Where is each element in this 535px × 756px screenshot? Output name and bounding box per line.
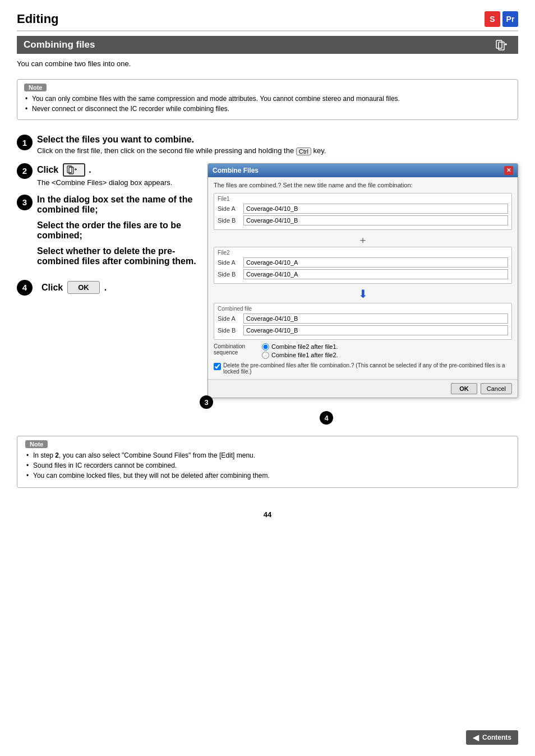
note-bottom-item-3: You can combine locked files, but they w… xyxy=(25,472,510,480)
step-4-heading-pre: Click xyxy=(41,283,63,293)
step-4-heading-post: . xyxy=(104,283,107,293)
step-1: 1 Select the files you want to combine. … xyxy=(17,135,518,155)
combination-key-label: Combination sequence xyxy=(214,343,259,356)
steps-area: 1 Select the files you want to combine. … xyxy=(17,135,518,155)
section-title: Combining files xyxy=(24,39,95,50)
combined-label: Combined file xyxy=(218,306,508,312)
dialog-body: The files are combined.? Set the new tit… xyxy=(208,177,518,379)
step-2-desc: The <Combine Files> dialog box appears. xyxy=(37,178,196,187)
dialog-desc: The files are combined.? Set the new tit… xyxy=(214,182,512,188)
step-1-desc: Click on the first file, then click on t… xyxy=(37,146,518,155)
step-4: 4 Click OK . xyxy=(17,280,196,296)
dialog-ok-btn[interactable]: OK xyxy=(451,383,477,394)
file1-side-b-label: Side B xyxy=(218,217,243,224)
note-bottom: Note In step 2, you can also select "Com… xyxy=(17,436,518,488)
file1-side-b-input[interactable] xyxy=(243,215,508,225)
step-3: 3 In the dialog box set the name of the … xyxy=(17,195,196,266)
combine-icon-btn xyxy=(63,163,85,177)
step-3-content: In the dialog box set the name of the co… xyxy=(37,195,196,266)
radio-input-2[interactable] xyxy=(262,352,269,359)
file1-side-a-input[interactable] xyxy=(243,204,508,214)
radio-label-1: Combine file2 after file1. xyxy=(271,343,338,350)
page-number: 44 xyxy=(17,510,518,519)
note-bottom-item-1: In step 2, you can also select "Combine … xyxy=(25,451,510,459)
file1-side-a-row: Side A xyxy=(218,204,508,214)
section-subtitle: You can combine two files into one. xyxy=(17,59,518,68)
right-dialog: Combine Files ✕ The files are combined.?… xyxy=(207,163,518,425)
step-1-content: Select the files you want to combine. Cl… xyxy=(37,135,518,155)
combined-side-b-row: Side B xyxy=(218,325,508,335)
badge-pr: Pr xyxy=(502,11,518,27)
file2-side-a-row: Side A xyxy=(218,257,508,268)
file2-side-b-row: Side B xyxy=(218,269,508,279)
step-3-line-2: Select the order the files are to be com… xyxy=(37,220,196,241)
note-bottom-item-2: Sound files in IC recorders cannot be co… xyxy=(25,462,510,469)
badge-s: S xyxy=(485,11,500,27)
file2-side-a-input[interactable] xyxy=(243,257,508,268)
main-content: 2 Click . xyxy=(17,163,518,425)
dialog-close-btn[interactable]: ✕ xyxy=(504,166,513,175)
radio-option-1[interactable]: Combine file2 after file1. xyxy=(262,343,338,351)
step-3-number: 3 xyxy=(17,195,33,210)
step-2-number: 2 xyxy=(17,163,33,179)
step-2-content: Click . The <Combine Files> di xyxy=(37,163,196,187)
section-title-icon xyxy=(496,39,511,50)
contents-icon: ◀ xyxy=(473,733,479,742)
combination-section: Combination sequence Combine file2 after… xyxy=(214,343,512,359)
step-1-number: 1 xyxy=(17,135,33,150)
note-bottom-label: Note xyxy=(25,440,48,448)
file2-section: File2 Side A Side B xyxy=(214,247,512,284)
combination-label-row: Combination sequence Combine file2 after… xyxy=(214,343,512,359)
combine-files-dialog: Combine Files ✕ The files are combined.?… xyxy=(207,163,518,398)
delete-checkbox-row[interactable]: Delete the pre-combined files after file… xyxy=(214,362,512,375)
arrow-down-icon: ⬇ xyxy=(214,287,512,301)
note-top-list: You can only combine files with the same… xyxy=(24,95,511,113)
svg-rect-1 xyxy=(499,42,504,50)
combine-files-icon xyxy=(496,39,511,50)
delete-checkbox-label: Delete the pre-combined files after file… xyxy=(223,362,512,375)
page-title: Editing xyxy=(17,12,59,26)
step-3-line-3: Select whether to delete the pre-combine… xyxy=(37,246,196,266)
file1-label: File1 xyxy=(218,196,508,202)
file1-side-a-label: Side A xyxy=(218,205,243,212)
note-bottom-list: In step 2, you can also select "Combine … xyxy=(25,451,510,480)
combined-section: Combined file Side A Side B xyxy=(214,303,512,340)
ok-button-inline[interactable]: OK xyxy=(67,281,100,294)
combined-side-b-label: Side B xyxy=(218,327,243,334)
combined-side-b-input[interactable] xyxy=(243,325,508,335)
combine-icon-svg xyxy=(67,165,81,174)
combined-side-a-label: Side A xyxy=(218,315,243,322)
note-top-label: Note xyxy=(24,84,47,91)
ctrl-key: Ctrl xyxy=(296,147,311,155)
dialog-cancel-btn[interactable]: Cancel xyxy=(481,383,512,394)
step-3-line-1: In the dialog box set the name of the co… xyxy=(37,195,196,215)
file2-side-a-label: Side A xyxy=(218,259,243,266)
step-3-annotation: 3 xyxy=(200,395,213,409)
delete-checkbox[interactable] xyxy=(214,363,221,370)
contents-label: Contents xyxy=(482,734,511,741)
header-badges: S Pr xyxy=(485,11,518,27)
plus-icon: ＋ xyxy=(214,233,512,247)
contents-button[interactable]: ◀ Contents xyxy=(466,730,518,745)
file2-side-b-input[interactable] xyxy=(243,269,508,279)
section-title-bar: Combining files xyxy=(17,36,518,54)
combined-side-a-input[interactable] xyxy=(243,314,508,324)
radio-option-2[interactable]: Combine file1 after file2. xyxy=(262,352,338,359)
combined-side-a-row: Side A xyxy=(218,314,508,324)
svg-rect-0 xyxy=(496,40,502,48)
step-4-annotation: 4 xyxy=(320,411,333,425)
step-2: 2 Click . xyxy=(17,163,196,187)
file2-side-b-label: Side B xyxy=(218,271,243,278)
dialog-titlebar: Combine Files ✕ xyxy=(208,164,518,177)
file1-section: File1 Side A Side B xyxy=(214,193,512,230)
note-top: Note You can only combine files with the… xyxy=(17,79,518,120)
radio-group: Combine file2 after file1. Combine file1… xyxy=(262,343,338,359)
note-top-item-2: Never connect or disconnect the IC recor… xyxy=(24,105,511,113)
dialog-footer: OK Cancel xyxy=(208,379,518,398)
file2-label: File2 xyxy=(218,250,508,256)
file1-side-b-row: Side B xyxy=(218,215,508,225)
left-steps: 2 Click . xyxy=(17,163,196,425)
step-2-heading: Click . xyxy=(37,163,196,177)
radio-input-1[interactable] xyxy=(262,343,269,351)
step-4-number: 4 xyxy=(17,280,33,296)
